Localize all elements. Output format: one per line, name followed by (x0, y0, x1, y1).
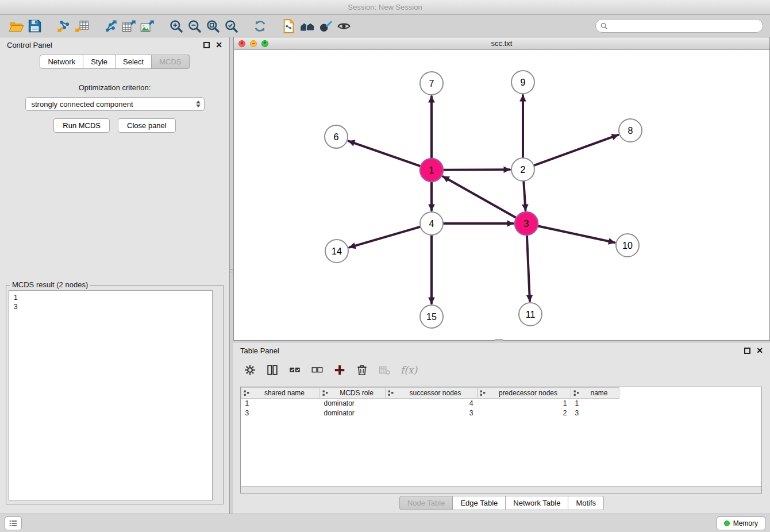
import-network-button[interactable] (54, 17, 72, 35)
graph-node-9[interactable]: 9 (511, 71, 534, 94)
tab-motifs[interactable]: Motifs (568, 496, 604, 510)
svg-text:8: 8 (628, 126, 633, 136)
cell-shared-name[interactable]: 1 (241, 399, 320, 408)
graph-node-1[interactable]: 1 (420, 159, 443, 182)
run-mcds-button[interactable]: Run MCDS (53, 118, 110, 133)
snapshot-icon (281, 18, 297, 34)
column-header-shared-name[interactable]: shared name (241, 388, 320, 399)
table-row[interactable]: 3 dominator 3 2 3 (241, 408, 619, 418)
column-header-predecessor-nodes[interactable]: predecessor nodes (478, 388, 571, 399)
cell-predecessor-nodes[interactable]: 1 (478, 399, 571, 408)
select-all-button[interactable] (286, 361, 303, 379)
table-panel-header: Table Panel ✕ (233, 343, 770, 358)
tab-select[interactable]: Select (116, 55, 152, 69)
export-table-button[interactable] (120, 17, 138, 35)
column-header-mcds-role[interactable]: MCDS role (320, 388, 386, 399)
close-table-panel-icon[interactable]: ✕ (756, 346, 763, 354)
column-header-successor-nodes[interactable]: successor nodes (386, 388, 478, 399)
home-button[interactable] (298, 17, 316, 35)
graph-node-6[interactable]: 6 (325, 125, 348, 148)
zoom-out-button[interactable] (185, 17, 203, 35)
tab-mcds[interactable]: MCDS (152, 55, 189, 69)
network-window-titlebar[interactable]: scc.txt × – + (234, 37, 769, 50)
show-columns-button[interactable] (264, 361, 281, 379)
export-image-button[interactable] (138, 17, 156, 35)
graph-edge-2-8[interactable] (534, 135, 618, 165)
add-column-button[interactable] (331, 361, 348, 379)
graph-edge-1-6[interactable] (349, 141, 421, 167)
import-table-button[interactable] (72, 17, 91, 35)
mcds-result-text[interactable]: 1 3 (9, 290, 213, 500)
sort-icon (244, 390, 250, 396)
svg-text:7: 7 (429, 79, 434, 88)
search-box[interactable] (595, 19, 763, 33)
horizontal-splitter-handle[interactable] (495, 339, 503, 341)
cell-shared-name[interactable]: 3 (241, 408, 320, 418)
tab-edge-table[interactable]: Edge Table (453, 496, 506, 510)
close-panel-icon[interactable]: ✕ (215, 41, 222, 49)
zoom-selected-button[interactable] (222, 17, 240, 35)
tab-node-table[interactable]: Node Table (399, 496, 453, 510)
tab-network-table[interactable]: Network Table (506, 496, 568, 510)
cell-successor-nodes[interactable]: 4 (386, 399, 478, 408)
graph-node-8[interactable]: 8 (619, 119, 642, 142)
show-hide-button[interactable] (334, 17, 353, 35)
control-panel-header: Control Panel ✕ (0, 37, 229, 52)
float-table-panel-icon[interactable] (744, 348, 750, 354)
control-panel-title: Control Panel (7, 41, 52, 49)
graph-edge-3-1[interactable] (443, 176, 517, 218)
close-window-icon[interactable]: × (238, 40, 245, 47)
tab-network[interactable]: Network (40, 55, 83, 69)
column-header-name[interactable]: name (571, 388, 619, 399)
zoom-fit-button[interactable] (203, 17, 222, 35)
zoom-fit-icon (205, 18, 221, 34)
cell-name[interactable]: 3 (571, 408, 619, 418)
cell-predecessor-nodes[interactable]: 2 (478, 408, 571, 418)
graph-node-14[interactable]: 14 (325, 240, 348, 263)
search-input[interactable] (611, 22, 758, 30)
criterion-dropdown[interactable]: strongly connected component (25, 97, 205, 111)
export-network-button[interactable] (101, 17, 120, 35)
graph-node-3[interactable]: 3 (515, 212, 538, 235)
close-panel-button[interactable]: Close panel (118, 118, 176, 133)
cell-mcds-role[interactable]: dominator (320, 399, 386, 408)
graph-node-7[interactable]: 7 (420, 72, 443, 95)
memory-button[interactable]: Memory (717, 516, 765, 530)
snapshot-button[interactable] (279, 17, 298, 35)
deselect-all-button[interactable] (309, 361, 326, 379)
graph-edge-1-2[interactable] (443, 169, 510, 170)
save-session-button[interactable] (25, 17, 44, 35)
refresh-button[interactable] (251, 17, 269, 35)
node-table: shared name MCDS role successor nodes pr… (241, 387, 619, 418)
graph-node-4[interactable]: 4 (420, 212, 443, 235)
cell-name[interactable]: 1 (571, 399, 619, 408)
zoom-in-button[interactable] (167, 17, 185, 35)
function-builder-button[interactable]: f(x) (398, 364, 417, 376)
delete-table-button[interactable] (376, 361, 393, 379)
delete-column-button[interactable] (353, 361, 371, 379)
graph-edge-4-14[interactable] (349, 227, 421, 248)
graph-edge-2-3[interactable] (523, 181, 525, 210)
style-button[interactable] (316, 17, 334, 35)
graph-node-11[interactable]: 11 (519, 303, 542, 326)
open-session-button[interactable] (7, 17, 25, 35)
minimize-window-icon[interactable]: – (250, 40, 257, 47)
tab-style[interactable]: Style (83, 55, 116, 69)
cell-mcds-role[interactable]: dominator (320, 408, 386, 418)
graph-node-2[interactable]: 2 (511, 158, 534, 181)
graph-node-15[interactable]: 15 (420, 305, 443, 328)
zoom-window-icon[interactable]: + (261, 40, 268, 47)
panel-splitter-handle[interactable] (230, 264, 233, 277)
network-canvas[interactable]: 7968123414101511 (234, 50, 769, 340)
column-label: predecessor nodes (499, 389, 557, 397)
task-history-button[interactable] (5, 516, 22, 530)
cell-successor-nodes[interactable]: 3 (386, 408, 478, 418)
horizontal-scrollbar[interactable] (241, 486, 761, 493)
graph-node-10[interactable]: 10 (616, 234, 639, 257)
table-row[interactable]: 1 dominator 4 1 1 (241, 399, 619, 408)
table-toolbar: f(x) (233, 358, 770, 381)
graph-edge-3-11[interactable] (527, 235, 530, 301)
table-settings-button[interactable] (241, 361, 259, 379)
float-panel-icon[interactable] (203, 42, 210, 48)
graph-edge-3-10[interactable] (538, 226, 615, 242)
